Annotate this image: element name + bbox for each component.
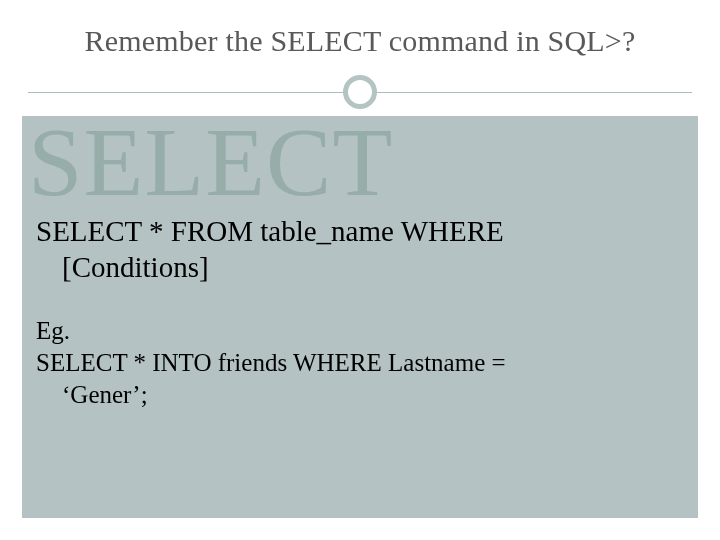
example-line-1: SELECT * INTO friends WHERE Lastname = xyxy=(36,349,506,376)
heading-select: SELECT xyxy=(22,116,698,210)
divider-circle-icon xyxy=(343,75,377,109)
example-block: Eg. SELECT * INTO friends WHERE Lastname… xyxy=(22,285,698,411)
slide-header: Remember the SELECT command in SQL>? xyxy=(0,0,720,58)
divider xyxy=(0,72,720,112)
syntax-line-2: [Conditions] xyxy=(36,251,209,283)
syntax-text: SELECT * FROM table_name WHERE [Conditio… xyxy=(22,210,698,285)
example-line-2: ‘Gener’; xyxy=(36,379,674,411)
slide: Remember the SELECT command in SQL>? SEL… xyxy=(0,0,720,540)
slide-title: Remember the SELECT command in SQL>? xyxy=(30,24,690,58)
syntax-line-1: SELECT * FROM table_name WHERE xyxy=(36,215,504,247)
content-panel: SELECT SELECT * FROM table_name WHERE [C… xyxy=(22,116,698,518)
example-label: Eg. xyxy=(36,317,70,344)
